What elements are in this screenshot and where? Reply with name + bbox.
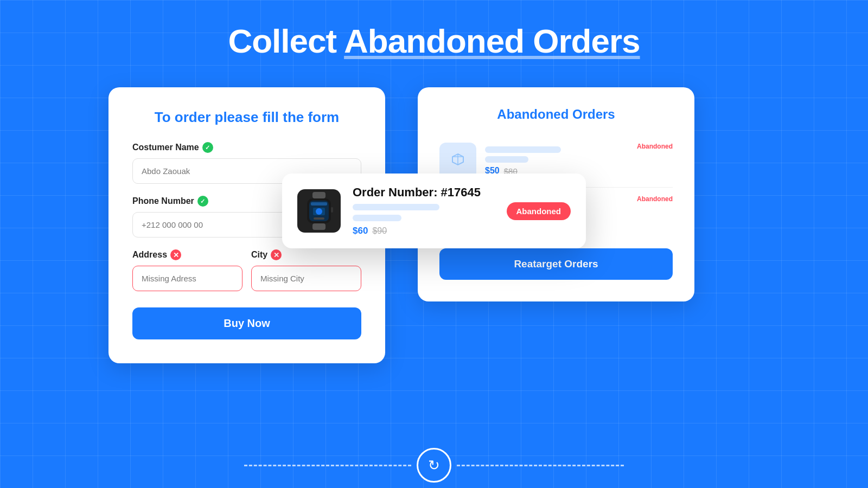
floating-abandoned-badge: Abandoned (507, 202, 571, 220)
city-error-icon: ✕ (271, 249, 282, 260)
svg-rect-8 (314, 217, 324, 220)
form-title: To order please fill the form (132, 109, 361, 126)
customer-name-valid-icon: ✓ (202, 142, 213, 153)
abandoned-badge-1: Abandoned (637, 143, 673, 150)
svg-point-7 (316, 208, 322, 215)
address-group: Address ✕ (132, 249, 242, 291)
phone-valid-icon: ✓ (197, 196, 208, 207)
page-container: Collect Abandoned Orders To order please… (0, 0, 868, 488)
dashed-line-left (244, 465, 411, 466)
watch-thumbnail (297, 189, 341, 233)
address-label: Address ✕ (132, 249, 242, 260)
box-icon-1 (448, 150, 468, 173)
floating-order-number: Order Number: #17645 (353, 185, 495, 200)
order-title-bar-1-short (485, 156, 528, 163)
sync-area: ↻ (244, 448, 624, 483)
floating-price-original: $90 (372, 226, 387, 236)
address-city-row: Address ✕ City ✕ (132, 249, 361, 303)
address-error-icon: ✕ (170, 249, 181, 260)
retarget-button[interactable]: Reatarget Orders (439, 248, 673, 280)
svg-rect-2 (312, 192, 326, 198)
address-input[interactable] (132, 266, 242, 291)
abandoned-orders-title: Abandoned Orders (439, 107, 673, 122)
order-info-1: $50 $80 (485, 146, 673, 176)
floating-title-bar (353, 204, 439, 210)
abandoned-badge-2: Abandoned (637, 195, 673, 203)
city-label: City ✕ (251, 249, 361, 260)
order-title-bar-1 (485, 146, 561, 153)
floating-order-info: Order Number: #17645 $60 $90 (353, 185, 495, 236)
floating-order-card: Order Number: #17645 $60 $90 Abandoned (282, 174, 586, 248)
dashed-line-right (457, 465, 624, 466)
svg-rect-10 (331, 207, 333, 213)
main-title: Collect Abandoned Orders (228, 22, 640, 60)
svg-rect-5 (311, 202, 327, 206)
city-input[interactable] (251, 266, 361, 291)
floating-price-current: $60 (353, 226, 368, 236)
title-highlight: Abandoned Orders (344, 22, 640, 60)
floating-prices: $60 $90 (353, 226, 495, 236)
svg-rect-9 (312, 223, 326, 230)
buy-now-button[interactable]: Buy Now (132, 307, 361, 339)
sync-button[interactable]: ↻ (417, 448, 451, 483)
city-group: City ✕ (251, 249, 361, 291)
customer-name-label: Costumer Name ✓ (132, 142, 361, 153)
sync-icon: ↻ (428, 457, 440, 474)
floating-title-bar-short (353, 215, 401, 221)
